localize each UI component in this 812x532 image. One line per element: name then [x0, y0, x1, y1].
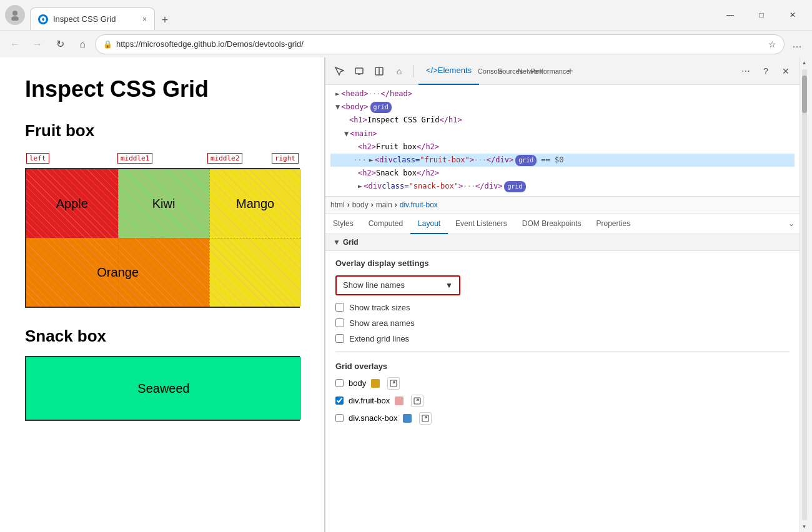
performance-tab-icon[interactable]: Performance: [542, 62, 559, 80]
url-text: https://microsoftedge.github.io/Demos/de…: [116, 39, 765, 49]
grid-section-header[interactable]: ▼ Grid: [325, 234, 800, 251]
bc-main[interactable]: main: [376, 200, 392, 209]
bc-div-fruit[interactable]: div.fruit-box: [400, 200, 438, 209]
dom-div-snack[interactable]: ► <div class= "snack-box" > ··· </div> g…: [330, 180, 795, 193]
devtools-toolbar: ⌂ </> Elements Console Sources Network P…: [325, 57, 800, 85]
toolbar-separator: [413, 65, 413, 77]
extensions-button[interactable]: …: [787, 34, 807, 54]
device-toolbar-icon[interactable]: [350, 62, 368, 80]
nav-extras: …: [787, 34, 807, 54]
snack-grid: Seaweed: [26, 357, 301, 420]
refresh-button[interactable]: ↻: [50, 34, 70, 54]
dom-main-line: ▼ <main>: [330, 127, 795, 140]
page-content: Inspect CSS Grid Fruit box left middle1 …: [0, 57, 325, 532]
profile-icon[interactable]: [5, 5, 25, 25]
grid-section-body: Overlay display settings Show line names…: [325, 251, 800, 437]
elements-panel: ► <head> ··· </head> ▼ <body> grid <h1> …: [325, 85, 800, 532]
more-tabs-icon[interactable]: ⋯: [737, 62, 755, 80]
new-tab-button[interactable]: +: [155, 10, 175, 30]
grid-overlays-title: Grid overlays: [335, 362, 790, 371]
elements-tab[interactable]: </> Elements: [418, 57, 479, 85]
body-overlay-label[interactable]: body: [349, 378, 366, 388]
snack-overlay-row: div.snack-box: [335, 412, 790, 425]
show-track-sizes-label[interactable]: Show track sizes: [349, 303, 410, 312]
page-title: Inspect CSS Grid: [25, 76, 299, 102]
line-names-dropdown[interactable]: Show line names ▼: [335, 275, 460, 295]
scroll-thumb[interactable]: [802, 76, 807, 113]
active-tab[interactable]: Inspect CSS Grid ×: [30, 7, 155, 30]
show-area-names-checkbox[interactable]: [335, 318, 344, 327]
event-listeners-tab[interactable]: Event Listeners: [448, 214, 515, 234]
mango-bottom-cell: [209, 238, 301, 307]
fruit-grid-wrapper: left middle1 middle2 right Apple: [25, 150, 300, 308]
scroll-up-button[interactable]: ▲: [800, 57, 809, 68]
body-overlay-checkbox[interactable]: [335, 379, 344, 387]
main-arrow[interactable]: ▼: [330, 128, 349, 140]
tab-favicon: [38, 14, 48, 24]
line-label-left: left: [26, 153, 49, 164]
fruit-overlay-target-icon[interactable]: [411, 395, 423, 407]
navigation-bar: ← → ↻ ⌂ 🔒 https://microsoftedge.github.i…: [0, 30, 812, 57]
dom-breakpoints-tab[interactable]: DOM Breakpoints: [515, 214, 589, 234]
fruit-grid-border: Apple Kiwi Mango Orange: [25, 168, 300, 308]
snack-div-arrow[interactable]: ►: [330, 180, 362, 192]
fruit-grid-badge[interactable]: grid: [515, 155, 537, 166]
kiwi-cell: Kiwi: [118, 169, 210, 238]
layout-tab[interactable]: Layout: [410, 214, 448, 234]
styles-tab[interactable]: Styles: [325, 214, 361, 234]
bc-body[interactable]: body: [352, 200, 369, 209]
extend-grid-lines-checkbox[interactable]: [335, 334, 344, 343]
console-tab-icon[interactable]: Console: [482, 62, 499, 80]
snack-section: Snack box Seaweed: [25, 327, 299, 421]
sources-tab-icon[interactable]: Sources: [502, 62, 519, 80]
dom-div-fruit[interactable]: ··· ► <div class= "fruit-box" > ··· </di…: [330, 154, 795, 167]
head-arrow[interactable]: ►: [330, 88, 340, 100]
body-grid-badge[interactable]: grid: [370, 102, 392, 113]
snack-overlay-target-icon[interactable]: [419, 412, 432, 425]
ellipsis-icon: ···: [330, 154, 367, 166]
body-arrow[interactable]: ▼: [330, 101, 340, 113]
add-tab-icon[interactable]: +: [562, 62, 579, 80]
home-button[interactable]: ⌂: [72, 34, 92, 54]
fruit-color-swatch[interactable]: [395, 397, 404, 405]
inspect-element-icon[interactable]: [330, 62, 348, 80]
fruit-overlay-checkbox[interactable]: [335, 397, 344, 405]
more-panel-tabs[interactable]: ⌄: [788, 214, 800, 234]
home-devtools-icon[interactable]: ⌂: [390, 62, 408, 80]
fruit-overlay-label[interactable]: div.fruit-box: [349, 396, 390, 405]
equals-sign: == $0: [541, 154, 563, 166]
back-button[interactable]: ←: [5, 34, 25, 54]
apple-cell: Apple: [26, 169, 118, 238]
show-track-sizes-checkbox[interactable]: [335, 303, 344, 312]
scroll-down-button[interactable]: ▼: [800, 521, 809, 532]
computed-tab[interactable]: Computed: [361, 214, 410, 234]
properties-tab[interactable]: Properties: [589, 214, 638, 234]
help-icon[interactable]: ?: [757, 62, 775, 80]
forward-button[interactable]: →: [27, 34, 47, 54]
dom-body-line: ▼ <body> grid: [330, 101, 795, 114]
snack-overlay-label[interactable]: div.snack-box: [349, 413, 398, 423]
dock-icon[interactable]: [370, 62, 388, 80]
address-bar[interactable]: 🔒 https://microsoftedge.github.io/Demos/…: [95, 34, 785, 54]
show-area-names-label[interactable]: Show area names: [349, 318, 415, 328]
favorite-icon[interactable]: ☆: [768, 39, 776, 49]
extend-grid-lines-label[interactable]: Extend grid lines: [349, 334, 409, 343]
section-divider: [335, 351, 790, 352]
maximize-button[interactable]: □: [747, 5, 776, 25]
fruit-overlay-row: div.fruit-box: [335, 395, 790, 407]
close-button[interactable]: ✕: [778, 5, 807, 25]
tab-close-button[interactable]: ×: [142, 15, 147, 24]
bc-html[interactable]: html: [330, 200, 345, 209]
body-overlay-target-icon[interactable]: [387, 377, 400, 390]
close-devtools-icon[interactable]: ✕: [777, 62, 795, 80]
grid-line-h1: [26, 238, 301, 239]
minimize-button[interactable]: —: [716, 5, 745, 25]
snack-color-swatch[interactable]: [403, 414, 412, 423]
body-color-swatch[interactable]: [371, 379, 380, 388]
snack-overlay-checkbox[interactable]: [335, 414, 344, 422]
fruit-div-arrow[interactable]: ►: [367, 154, 374, 166]
dom-head-line: ► <head> ··· </head>: [330, 87, 795, 101]
snack-grid-badge[interactable]: grid: [504, 181, 525, 192]
grid-section-arrow: ▼: [333, 238, 340, 247]
snack-grid-border: Seaweed: [25, 356, 300, 421]
